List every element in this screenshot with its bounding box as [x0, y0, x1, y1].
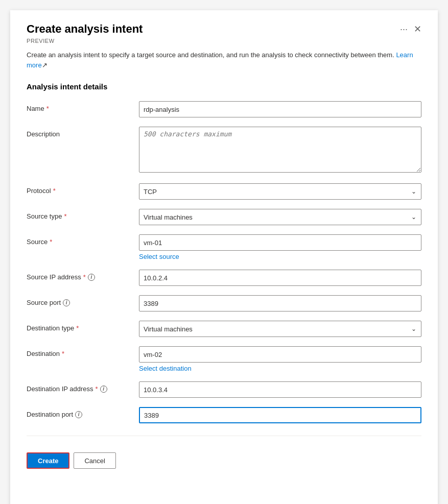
source-type-label: Source type *: [27, 209, 139, 220]
source-ip-info-icon[interactable]: i: [88, 274, 95, 281]
footer-divider: [27, 436, 421, 436]
source-label: Source *: [27, 234, 139, 246]
source-port-control: [139, 295, 421, 311]
panel-header: Create analysis intent ··· ✕: [27, 22, 421, 36]
destination-type-select[interactable]: Virtual machines: [139, 321, 421, 337]
source-port-row: Source port i: [27, 295, 421, 311]
source-port-label: Source port i: [27, 295, 139, 306]
source-type-select[interactable]: Virtual machines: [139, 209, 421, 225]
destination-ip-control: [139, 381, 421, 398]
protocol-select[interactable]: TCP UDP: [139, 183, 421, 200]
create-button[interactable]: Create: [27, 452, 69, 469]
source-row: Source * Select source: [27, 234, 421, 260]
name-control: [139, 101, 421, 117]
source-required: *: [50, 238, 52, 246]
destination-port-control: [139, 407, 421, 423]
name-required: *: [46, 105, 49, 112]
close-icon[interactable]: ✕: [414, 23, 421, 35]
source-ip-row: Source IP address * i: [27, 270, 421, 286]
destination-type-row: Destination type * Virtual machines ⌄: [27, 321, 421, 337]
select-destination-link[interactable]: Select destination: [139, 365, 421, 372]
destination-ip-label: Destination IP address * i: [27, 381, 139, 393]
destination-control: Select destination: [139, 346, 421, 372]
destination-port-label: Destination port i: [27, 407, 139, 418]
description-row: Description: [27, 127, 421, 174]
destination-input[interactable]: [139, 346, 421, 363]
source-input[interactable]: [139, 234, 421, 251]
destination-ip-input[interactable]: [139, 381, 421, 398]
destination-type-required: *: [76, 324, 79, 332]
name-input[interactable]: [139, 101, 421, 117]
source-ip-required: *: [83, 273, 86, 281]
section-title: Analysis intent details: [27, 82, 421, 91]
name-row: Name *: [27, 101, 421, 117]
protocol-select-wrapper: TCP UDP ⌄: [139, 183, 421, 200]
destination-port-input[interactable]: [139, 407, 421, 423]
source-ip-label: Source IP address * i: [27, 270, 139, 281]
protocol-required: *: [53, 187, 56, 195]
destination-ip-info-icon[interactable]: i: [100, 386, 107, 393]
name-label: Name *: [27, 101, 139, 112]
destination-label: Destination *: [27, 346, 139, 357]
select-source-link[interactable]: Select source: [139, 253, 421, 260]
destination-type-label: Destination type *: [27, 321, 139, 332]
menu-icon[interactable]: ···: [400, 24, 408, 35]
source-type-row: Source type * Virtual machines ⌄: [27, 209, 421, 225]
source-port-input[interactable]: [139, 295, 421, 311]
destination-type-select-wrapper: Virtual machines ⌄: [139, 321, 421, 337]
source-type-select-wrapper: Virtual machines ⌄: [139, 209, 421, 225]
description-control: [139, 127, 421, 174]
cancel-button[interactable]: Cancel: [74, 452, 115, 469]
source-type-required: *: [64, 212, 66, 220]
source-port-info-icon[interactable]: i: [63, 299, 70, 306]
description-textarea[interactable]: [139, 127, 421, 173]
source-control: Select source: [139, 234, 421, 260]
source-ip-input[interactable]: [139, 270, 421, 286]
create-analysis-panel: Create analysis intent ··· ✕ PREVIEW Cre…: [10, 10, 438, 504]
footer-buttons: Create Cancel: [27, 448, 421, 469]
destination-port-info-icon[interactable]: i: [75, 411, 82, 418]
protocol-control: TCP UDP ⌄: [139, 183, 421, 200]
destination-ip-required: *: [96, 385, 98, 393]
description-text: Create an analysis intent to specify a t…: [27, 50, 421, 70]
destination-ip-row: Destination IP address * i: [27, 381, 421, 398]
destination-type-control: Virtual machines ⌄: [139, 321, 421, 337]
preview-label: PREVIEW: [27, 38, 421, 44]
protocol-label: Protocol *: [27, 183, 139, 195]
protocol-row: Protocol * TCP UDP ⌄: [27, 183, 421, 200]
source-ip-control: [139, 270, 421, 286]
destination-port-row: Destination port i: [27, 407, 421, 423]
source-type-control: Virtual machines ⌄: [139, 209, 421, 225]
destination-required: *: [62, 350, 64, 357]
destination-row: Destination * Select destination: [27, 346, 421, 372]
panel-title: Create analysis intent: [27, 22, 394, 36]
description-label: Description: [27, 127, 139, 138]
